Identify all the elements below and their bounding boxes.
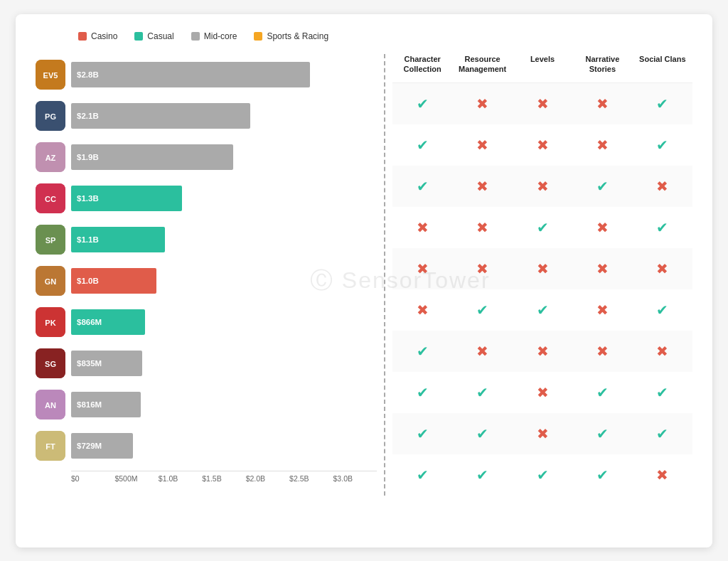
svg-text:CC: CC — [45, 195, 56, 203]
app-icon: SG — [36, 348, 65, 378]
svg-text:PK: PK — [45, 319, 55, 327]
cross-mark: ✖ — [633, 166, 692, 207]
cross-mark: ✖ — [572, 124, 632, 166]
cross-mark: ✖ — [513, 248, 572, 289]
cross-icon: ✖ — [537, 260, 549, 277]
legend-color — [191, 32, 200, 41]
bar-container: $1.0B — [71, 268, 377, 294]
chart-row: AZ $1.9B — [36, 137, 377, 178]
cross-mark: ✖ — [633, 331, 692, 372]
check-icon: ✔ — [417, 95, 429, 112]
chart-row: AN $816M — [36, 384, 377, 425]
legend-item: Mid-core — [191, 31, 237, 41]
cross-icon: ✖ — [417, 260, 429, 277]
check-mark: ✔ — [452, 372, 512, 413]
legend-label: Mid-core — [204, 31, 237, 41]
x-axis: $0$500M$1.0B$1.5B$2.0B$2.5B$3.0B — [71, 471, 377, 483]
cross-mark: ✖ — [452, 248, 512, 289]
table-row: ✔✖✖✖✖ — [392, 331, 692, 372]
bar-container: $866M — [71, 309, 377, 335]
svg-text:GN: GN — [45, 277, 57, 286]
bar: $866M — [71, 309, 145, 335]
svg-text:AN: AN — [45, 401, 56, 410]
cross-icon: ✖ — [596, 301, 609, 319]
check-mark: ✔ — [572, 372, 632, 413]
app-icon: AZ — [36, 142, 65, 172]
chart-row: CC $1.3B — [36, 178, 377, 219]
check-mark: ✔ — [633, 124, 692, 166]
check-mark: ✔ — [513, 207, 572, 248]
table-row: ✔✔✔✔✖ — [392, 454, 692, 496]
check-mark: ✔ — [452, 289, 512, 331]
check-mark: ✔ — [513, 454, 572, 496]
cross-mark: ✖ — [572, 331, 632, 372]
cross-icon: ✖ — [596, 137, 609, 154]
check-icon: ✔ — [537, 219, 549, 236]
app-icon: CC — [36, 183, 65, 213]
check-icon: ✔ — [596, 466, 609, 483]
cross-mark: ✖ — [452, 207, 512, 248]
cross-mark: ✖ — [633, 454, 692, 496]
column-header: NarrativeStories — [572, 54, 632, 78]
bar-container: $1.1B — [71, 227, 377, 252]
legend-label: Casual — [147, 31, 173, 41]
legend: CasinoCasualMid-coreSports & Racing — [78, 31, 692, 41]
check-icon: ✔ — [476, 466, 488, 483]
legend-color — [78, 32, 87, 41]
cross-icon: ✖ — [656, 466, 668, 483]
cross-icon: ✖ — [596, 95, 609, 112]
cross-icon: ✖ — [656, 260, 668, 277]
check-mark: ✔ — [392, 372, 452, 413]
cross-icon: ✖ — [537, 425, 549, 442]
chart-section: EV5 $2.8B PG $2.1B AZ $1.9B CC $1.3B SP … — [36, 54, 377, 496]
check-mark: ✔ — [633, 372, 692, 413]
check-mark: ✔ — [392, 413, 452, 454]
table-header: CharacterCollectionResourceManagementLev… — [392, 54, 692, 84]
bar: $816M — [71, 392, 141, 417]
bar-container: $729M — [71, 433, 377, 459]
check-icon: ✔ — [476, 384, 488, 401]
cross-icon: ✖ — [417, 219, 429, 236]
x-axis-label: $3.0B — [333, 474, 377, 483]
cross-mark: ✖ — [572, 83, 632, 124]
chart-row: EV5 $2.8B — [36, 54, 377, 95]
svg-text:FT: FT — [46, 442, 55, 451]
cross-mark: ✖ — [513, 124, 572, 166]
bar-container: $2.8B — [71, 62, 377, 87]
x-axis-label: $500M — [114, 474, 158, 483]
legend-label: Sports & Racing — [267, 31, 328, 41]
check-mark: ✔ — [633, 83, 692, 124]
check-icon: ✔ — [476, 301, 488, 319]
cross-icon: ✖ — [596, 260, 609, 277]
cross-mark: ✖ — [392, 248, 452, 289]
x-axis-label: $1.0B — [159, 474, 202, 483]
check-icon: ✔ — [656, 425, 668, 442]
check-mark: ✔ — [452, 413, 512, 454]
cross-mark: ✖ — [633, 248, 692, 289]
bar-container: $1.3B — [71, 186, 377, 211]
check-icon: ✔ — [596, 425, 609, 442]
cross-mark: ✖ — [452, 166, 512, 207]
section-divider — [384, 54, 385, 496]
check-icon: ✔ — [656, 301, 668, 319]
check-icon: ✔ — [656, 219, 668, 236]
check-icon: ✔ — [537, 466, 549, 483]
svg-text:PG: PG — [45, 112, 56, 121]
cross-mark: ✖ — [572, 289, 632, 331]
legend-item: Casual — [134, 31, 173, 41]
legend-item: Casino — [78, 31, 117, 41]
check-icon: ✔ — [417, 178, 429, 195]
bar: $1.1B — [71, 227, 165, 252]
chart-row: PK $866M — [36, 301, 377, 343]
legend-color — [134, 32, 143, 41]
cross-mark: ✖ — [513, 83, 572, 124]
check-icon: ✔ — [417, 137, 429, 154]
table-section: CharacterCollectionResourceManagementLev… — [392, 54, 692, 496]
cross-mark: ✖ — [513, 413, 572, 454]
x-axis-label: $2.0B — [246, 474, 289, 483]
check-icon: ✔ — [656, 137, 668, 154]
bar: $1.0B — [71, 268, 156, 294]
x-axis-label: $1.5B — [202, 474, 245, 483]
cross-mark: ✖ — [392, 289, 452, 331]
cross-icon: ✖ — [537, 95, 549, 112]
